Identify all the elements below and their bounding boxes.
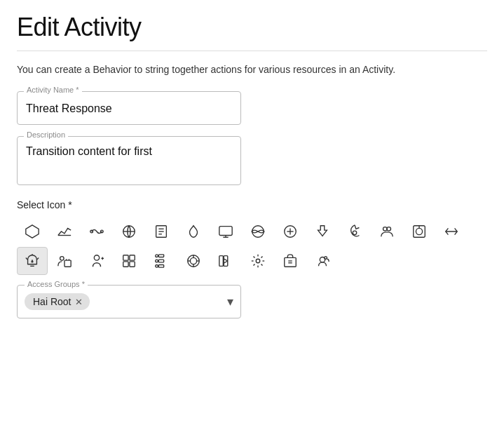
svg-point-19: [387, 227, 391, 231]
svg-rect-41: [158, 255, 163, 257]
document-icon[interactable]: [146, 217, 177, 246]
earth-icon[interactable]: [243, 217, 273, 246]
plus-circle-icon[interactable]: [275, 217, 306, 246]
server-icon[interactable]: [210, 247, 241, 275]
svg-rect-31: [64, 260, 71, 267]
description-label: Description: [24, 130, 68, 139]
snowflake-icon[interactable]: [243, 247, 273, 275]
svg-point-44: [156, 255, 158, 257]
svg-point-34: [94, 255, 99, 260]
clock-icon[interactable]: [404, 217, 435, 246]
svg-line-63: [261, 264, 262, 265]
page-title: Edit Activity: [17, 13, 487, 42]
svg-rect-39: [123, 262, 128, 267]
people-code-icon[interactable]: [49, 247, 80, 275]
chart-icon[interactable]: [49, 217, 80, 246]
svg-point-57: [256, 259, 260, 263]
svg-point-17: [353, 231, 357, 235]
handshake-icon[interactable]: [81, 217, 112, 246]
activity-name-label: Activity Name *: [24, 86, 82, 94]
tag-label: Hai Root: [33, 296, 71, 307]
network-icon[interactable]: [178, 247, 209, 275]
svg-point-18: [383, 227, 388, 231]
svg-rect-38: [130, 255, 135, 260]
description-text: You can create a Behavior to string toge…: [17, 62, 487, 77]
svg-line-62: [253, 256, 254, 257]
person-add-icon[interactable]: [81, 247, 112, 275]
svg-rect-43: [158, 265, 163, 268]
svg-point-2: [90, 230, 93, 233]
svg-line-27: [36, 257, 39, 260]
traffic-icon[interactable]: [146, 247, 177, 275]
access-groups-label: Access Groups *: [25, 280, 88, 288]
svg-point-30: [60, 257, 64, 261]
svg-marker-0: [26, 225, 39, 238]
svg-rect-66: [285, 257, 297, 267]
briefcase-icon[interactable]: [275, 247, 306, 275]
activity-name-input[interactable]: [17, 91, 241, 125]
description-input[interactable]: Transition content for first: [17, 136, 241, 185]
flask-icon[interactable]: [307, 217, 338, 246]
svg-rect-37: [123, 255, 128, 260]
svg-point-21: [416, 228, 422, 234]
cloud-icon[interactable]: [307, 247, 338, 275]
chevron-down-icon: ▾: [227, 294, 233, 309]
cube-icon[interactable]: [17, 217, 48, 246]
access-groups-field[interactable]: Access Groups * Hai Root ✕ ▾: [17, 285, 487, 318]
globe-dot-icon[interactable]: [114, 217, 144, 246]
select-icon-label: Select Icon *: [17, 199, 487, 210]
svg-point-29: [32, 261, 33, 262]
edit-activity-page: Edit Activity You can create a Behavior …: [0, 0, 504, 423]
svg-rect-53: [219, 256, 224, 267]
group-icon[interactable]: [372, 217, 402, 246]
icon-grid: [17, 217, 487, 275]
plane-icon[interactable]: [436, 217, 467, 246]
svg-point-3: [101, 230, 104, 233]
svg-rect-40: [130, 262, 135, 267]
svg-point-70: [325, 257, 327, 260]
svg-point-48: [190, 257, 196, 264]
access-groups-dropdown[interactable]: Access Groups * Hai Root ✕ ▾: [17, 285, 241, 318]
svg-line-64: [253, 264, 254, 265]
alarm-icon[interactable]: [17, 247, 48, 275]
access-group-tag: Hai Root ✕: [25, 293, 90, 310]
divider: [17, 51, 487, 51]
svg-line-65: [261, 256, 262, 257]
svg-rect-42: [158, 260, 163, 262]
description-field: Description Transition content for first: [17, 136, 487, 188]
svg-point-46: [156, 265, 158, 268]
svg-point-45: [156, 260, 158, 262]
svg-line-26: [26, 257, 28, 260]
tag-close-button[interactable]: ✕: [75, 297, 83, 307]
select-icon-section: Select Icon *: [17, 199, 487, 275]
leaf-icon[interactable]: [178, 217, 209, 246]
grid-icon[interactable]: [114, 247, 144, 275]
activity-name-field: Activity Name *: [17, 91, 487, 125]
svg-rect-10: [219, 227, 232, 236]
monitor-icon[interactable]: [210, 217, 241, 246]
fire-icon[interactable]: [339, 217, 370, 246]
